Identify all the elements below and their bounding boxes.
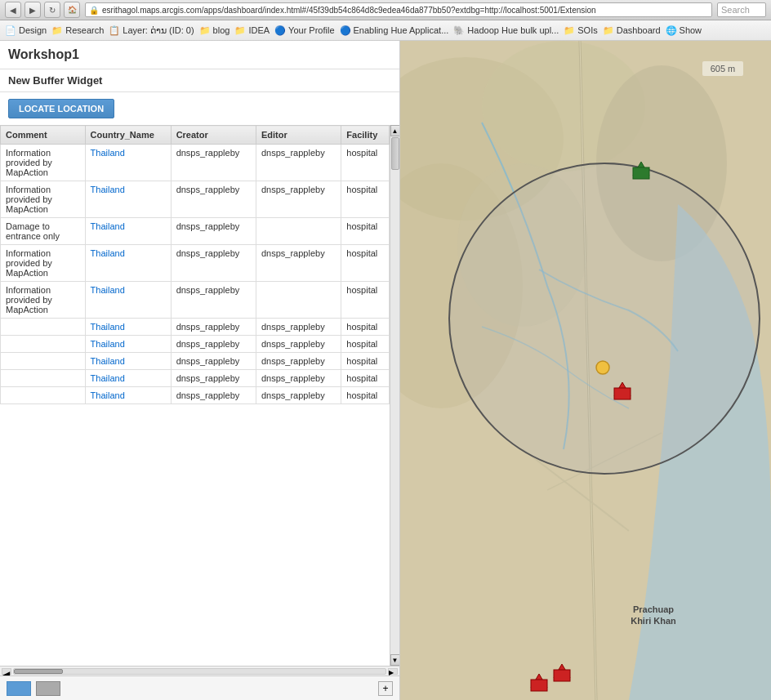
- forward-button[interactable]: ▶: [25, 2, 41, 18]
- cell-country: Thailand: [85, 218, 171, 245]
- table-header-row: Comment Country_Name Creator Editor Faci…: [1, 126, 390, 145]
- browser-search[interactable]: Search: [717, 2, 766, 17]
- bookmark-layer[interactable]: 📋 Layer: ດ່ານ (ID: 0): [109, 25, 194, 36]
- scroll-thumb[interactable]: [391, 137, 399, 170]
- folder-icon: 📁: [603, 25, 614, 36]
- cell-editor: dnsps_rappleby: [256, 145, 341, 181]
- svg-text:605 m: 605 m: [711, 64, 736, 74]
- svg-rect-19: [554, 670, 570, 681]
- bookmark-hadoop[interactable]: 🐘 Hadoop Hue bulk upl...: [453, 25, 559, 36]
- bookmark-label: Dashboard: [617, 25, 661, 35]
- home-button[interactable]: 🏠: [64, 2, 80, 18]
- bookmark-label: Enabling Hue Applicat...: [354, 25, 449, 35]
- col-facility: Facility: [341, 126, 390, 145]
- locate-location-button[interactable]: LOCATE LOCATION: [8, 99, 114, 118]
- cell-country: Thailand: [85, 353, 171, 370]
- h-scroll-thumb[interactable]: [14, 669, 63, 674]
- svg-rect-12: [633, 167, 649, 179]
- table-row[interactable]: Thailanddnsps_rapplebydnsps_rapplebyhosp…: [1, 370, 390, 387]
- left-panel: Workshop1 New Buffer Widget LOCATE LOCAT…: [0, 41, 400, 700]
- search-placeholder: Search: [721, 5, 750, 15]
- cell-facility: hospital: [341, 145, 390, 181]
- table-row[interactable]: Damage to entrance onlyThailanddnsps_rap…: [1, 218, 390, 245]
- cell-country: Thailand: [85, 145, 171, 181]
- cell-country: Thailand: [85, 181, 171, 218]
- cell-facility: hospital: [341, 370, 390, 387]
- cell-facility: hospital: [341, 282, 390, 319]
- refresh-button[interactable]: ↻: [44, 2, 60, 18]
- col-editor: Editor: [256, 126, 341, 145]
- url-bar[interactable]: 🔒 esrithagol.maps.arcgis.com/apps/dashbo…: [85, 2, 712, 17]
- svg-text:Prachuap: Prachuap: [633, 604, 674, 614]
- bookmark-research[interactable]: 📁 Research: [51, 25, 104, 36]
- bookmark-design[interactable]: 📄 Design: [5, 25, 47, 36]
- table-row[interactable]: Thailanddnsps_rapplebydnsps_rapplebyhosp…: [1, 353, 390, 370]
- table-row[interactable]: Thailanddnsps_rapplebydnsps_rapplebyhosp…: [1, 336, 390, 353]
- cell-facility: hospital: [341, 181, 390, 218]
- bookmark-hue[interactable]: 🔵 Enabling Hue Applicat...: [340, 25, 449, 36]
- scroll-track[interactable]: [390, 136, 400, 654]
- table-row[interactable]: Information provided by MapActionThailan…: [1, 245, 390, 282]
- bottom-controls: +: [0, 675, 399, 700]
- cell-country: Thailand: [85, 282, 171, 319]
- col-creator: Creator: [171, 126, 256, 145]
- cell-country: Thailand: [85, 370, 171, 387]
- cell-country: Thailand: [85, 245, 171, 282]
- app-container: Workshop1 New Buffer Widget LOCATE LOCAT…: [0, 41, 771, 700]
- col-country: Country_Name: [85, 126, 171, 145]
- svg-text:Khiri Khan: Khiri Khan: [631, 616, 676, 626]
- cell-country: Thailand: [85, 319, 171, 336]
- cell-comment: Information provided by MapAction: [1, 282, 86, 319]
- cell-facility: hospital: [341, 336, 390, 353]
- table-area: Comment Country_Name Creator Editor Faci…: [0, 125, 399, 666]
- back-button[interactable]: ◀: [5, 2, 21, 18]
- col-comment: Comment: [1, 126, 86, 145]
- table-container[interactable]: Comment Country_Name Creator Editor Faci…: [0, 125, 390, 666]
- expand-button[interactable]: +: [378, 681, 393, 696]
- scroll-right-button[interactable]: ▶: [388, 668, 398, 675]
- horizontal-scrollbar[interactable]: ◀ ▶: [0, 666, 399, 675]
- map-svg: 605 m Prachuap Khiri Khan: [400, 41, 771, 700]
- cell-facility: hospital: [341, 387, 390, 404]
- bookmark-label: SOIs: [577, 25, 597, 35]
- cell-editor: dnsps_rappleby: [256, 181, 341, 218]
- cell-editor: [256, 218, 341, 245]
- cell-comment: Damage to entrance only: [1, 218, 86, 245]
- table-row[interactable]: Thailanddnsps_rapplebydnsps_rapplebyhosp…: [1, 387, 390, 404]
- lock-icon: 🔒: [89, 6, 99, 15]
- cell-facility: hospital: [341, 245, 390, 282]
- table-row[interactable]: Information provided by MapActionThailan…: [1, 181, 390, 218]
- table-row[interactable]: Information provided by MapActionThailan…: [1, 145, 390, 181]
- bookmark-sois[interactable]: 📁 SOIs: [564, 25, 597, 36]
- cell-creator: dnsps_rappleby: [171, 336, 256, 353]
- prev-page-button[interactable]: [7, 681, 31, 696]
- folder-icon: 📁: [564, 25, 575, 36]
- bookmark-show[interactable]: 🌐 Show: [666, 25, 702, 36]
- table-row[interactable]: Information provided by MapActionThailan…: [1, 282, 390, 319]
- table-row[interactable]: Thailanddnsps_rapplebydnsps_rapplebyhosp…: [1, 319, 390, 336]
- cell-editor: dnsps_rappleby: [256, 370, 341, 387]
- vertical-scrollbar[interactable]: ▲ ▼: [390, 125, 399, 666]
- cell-creator: dnsps_rappleby: [171, 370, 256, 387]
- browser-bar: ◀ ▶ ↻ 🏠 🔒 esrithagol.maps.arcgis.com/app…: [0, 0, 771, 20]
- bookmark-label: Research: [65, 25, 104, 35]
- scroll-down-button[interactable]: ▼: [390, 654, 400, 666]
- widget-title: New Buffer Widget: [0, 69, 399, 92]
- svg-point-10: [449, 163, 760, 474]
- cell-editor: dnsps_rappleby: [256, 245, 341, 282]
- bookmark-label: IDEA: [248, 25, 270, 35]
- bookmark-blog[interactable]: 📁 blog: [199, 25, 230, 36]
- cell-editor: dnsps_rappleby: [256, 387, 341, 404]
- cell-comment: Information provided by MapAction: [1, 245, 86, 282]
- bookmark-idea[interactable]: 📁 IDEA: [234, 25, 270, 36]
- nav-icons: ◀ ▶ ↻ 🏠: [5, 2, 80, 18]
- bookmark-label: Design: [19, 25, 47, 35]
- cell-facility: hospital: [341, 319, 390, 336]
- bookmark-dashboard[interactable]: 📁 Dashboard: [603, 25, 661, 36]
- bookmark-your-profile[interactable]: 🔵 Your Profile: [274, 25, 334, 36]
- h-scroll-track[interactable]: [13, 668, 386, 675]
- next-page-button[interactable]: [36, 681, 60, 696]
- cell-comment: [1, 353, 86, 370]
- scroll-left-button[interactable]: ◀: [2, 668, 11, 675]
- scroll-up-button[interactable]: ▲: [390, 125, 400, 136]
